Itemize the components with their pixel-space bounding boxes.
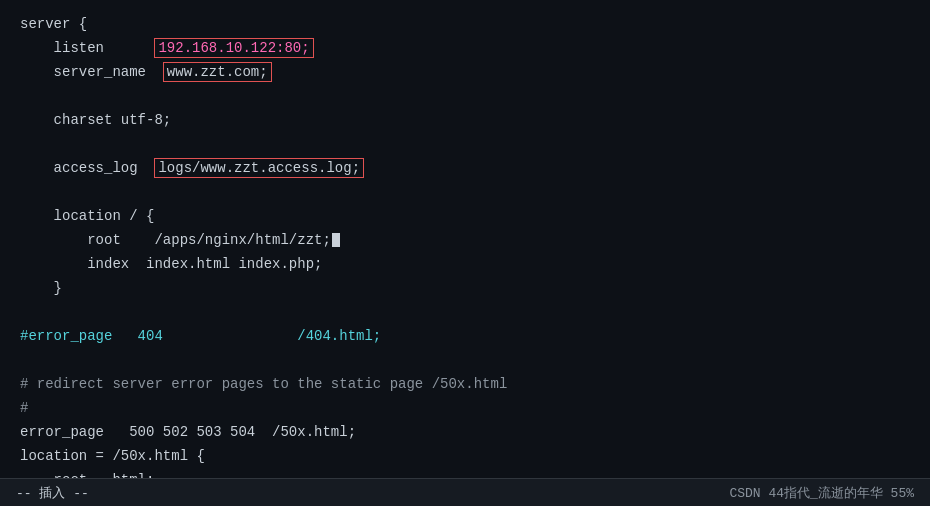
editor-window: server { listen 192.168.10.122:80; serve… (0, 0, 930, 506)
ip-address: 192.168.10.122:80; (158, 40, 309, 56)
code-line-19: location = /50x.html { (20, 444, 910, 468)
highlight-server-name-box: www.zzt.com; (163, 62, 272, 82)
code-line-4 (20, 84, 910, 108)
code-line-18: error_page 500 502 503 504 /50x.html; (20, 420, 910, 444)
code-line-3: server_name www.zzt.com; (20, 60, 910, 84)
code-line-1: server { (20, 12, 910, 36)
code-line-7: access_log logs/www.zzt.access.log; (20, 156, 910, 180)
code-area[interactable]: server { listen 192.168.10.122:80; serve… (0, 0, 930, 478)
code-line-6 (20, 132, 910, 156)
code-line-9: location / { (20, 204, 910, 228)
watermark-text: CSDN 44指代_流逝的年华 55% (729, 484, 914, 502)
comment-error-page: #error_page 404 /404.html; (20, 328, 381, 344)
code-line-16: # redirect server error pages to the sta… (20, 372, 910, 396)
text-cursor (332, 233, 340, 247)
code-line-15 (20, 348, 910, 372)
highlight-ip-box: 192.168.10.122:80; (154, 38, 313, 58)
code-line-11: index index.html index.php; (20, 252, 910, 276)
code-line-13 (20, 300, 910, 324)
status-bar: -- 插入 -- CSDN 44指代_流逝的年华 55% (0, 478, 930, 506)
code-line-10: root /apps/nginx/html/zzt; (20, 228, 910, 252)
editor-mode: -- 插入 -- (16, 484, 89, 502)
code-line-8 (20, 180, 910, 204)
comment-hash: # (20, 400, 28, 416)
code-line-12: } (20, 276, 910, 300)
code-line-14: #error_page 404 /404.html; (20, 324, 910, 348)
comment-redirect: # redirect server error pages to the sta… (20, 376, 507, 392)
code-line-17: # (20, 396, 910, 420)
code-line-2: listen 192.168.10.122:80; (20, 36, 910, 60)
keyword-server: server { (20, 16, 87, 32)
code-line-5: charset utf-8; (20, 108, 910, 132)
highlight-access-log-box: logs/www.zzt.access.log; (154, 158, 364, 178)
code-line-20: root html; (20, 468, 910, 478)
